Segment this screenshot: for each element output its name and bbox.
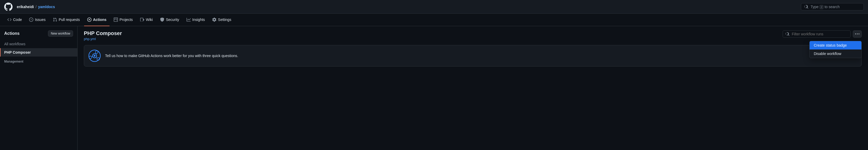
svg-line-7 [96,57,97,59]
nav-code-label: Code [13,17,22,22]
search-placeholder: Type / to search [811,5,840,9]
main-layout: Actions New workflow All workflows PHP C… [0,26,868,150]
insights-icon [187,17,191,22]
nav-projects-label: Projects [120,17,133,22]
issues-icon [29,17,33,22]
nav-pull-requests-label: Pull requests [59,17,80,22]
svg-point-3 [95,51,98,53]
top-nav: erikaheidi / yamldocs Type / to search [0,0,868,13]
nav-issues[interactable]: Issues [26,13,49,26]
projects-icon [114,17,118,22]
settings-icon [212,17,216,22]
sidebar-item-php-composer[interactable]: PHP Composer [0,48,77,57]
github-logo [4,3,12,11]
sidebar-title: Actions [4,31,20,36]
filter-workflow-runs-input[interactable] [792,32,848,36]
nav-code[interactable]: Code [4,13,25,26]
nav-settings-label: Settings [218,17,231,22]
nav-wiki-label: Wiki [146,17,153,22]
repo-nav: Code Issues Pull requests Actions Projec… [0,13,868,26]
code-icon [7,17,11,22]
nav-security-label: Security [166,17,179,22]
dropdown-menu: Create status badge Disable workflow [809,41,862,58]
nav-actions-label: Actions [93,17,106,22]
sidebar-item-all-workflows[interactable]: All workflows [0,40,77,48]
workflow-info: PHP Composer php.yml [84,30,122,41]
nav-pull-requests[interactable]: Pull requests [50,13,83,26]
create-status-badge-item[interactable]: Create status badge [810,41,862,49]
security-icon [160,17,164,22]
svg-point-2 [89,56,92,59]
nav-issues-label: Issues [35,17,45,22]
actions-icon [87,17,91,22]
workflow-header: PHP Composer php.yml [84,30,862,41]
filter-row [783,30,862,38]
new-workflow-button[interactable]: New workflow [48,30,73,37]
sidebar-php-composer-label: PHP Composer [4,50,31,54]
nav-actions[interactable]: Actions [84,13,110,26]
more-options-icon [855,32,859,36]
disable-workflow-item[interactable]: Disable workflow [810,49,862,58]
workflow-title: PHP Composer [84,30,122,36]
nav-security[interactable]: Security [157,13,182,26]
global-search[interactable]: Type / to search [801,3,864,10]
search-icon [804,5,808,9]
svg-marker-8 [94,54,96,57]
sidebar-all-workflows-label: All workflows [4,42,25,46]
workflow-file-link[interactable]: php.yml [84,37,122,41]
breadcrumb: erikaheidi / yamldocs [17,5,55,9]
filter-input-wrapper[interactable] [783,30,851,38]
nav-insights[interactable]: Insights [183,13,208,26]
survey-text: Tell us how to make GitHub Actions work … [105,54,238,58]
wiki-icon [140,17,144,22]
nav-settings[interactable]: Settings [209,13,235,26]
survey-icon [88,49,101,62]
username[interactable]: erikaheidi [17,5,34,9]
sidebar-header: Actions New workflow [0,30,77,40]
sidebar: Actions New workflow All workflows PHP C… [0,26,78,150]
nav-insights-label: Insights [192,17,205,22]
breadcrumb-separator: / [35,5,36,9]
sidebar-management-section: Management [0,57,77,64]
repo-name[interactable]: yamldocs [38,5,55,9]
nav-wiki[interactable]: Wiki [137,13,156,26]
more-options-button[interactable] [853,30,862,38]
filter-search-icon [785,32,790,36]
nav-projects[interactable]: Projects [111,13,136,26]
survey-banner: Tell us how to make GitHub Actions work … [84,45,862,67]
content-area: PHP Composer php.yml Create stat [78,26,868,150]
pull-requests-icon [53,17,57,22]
